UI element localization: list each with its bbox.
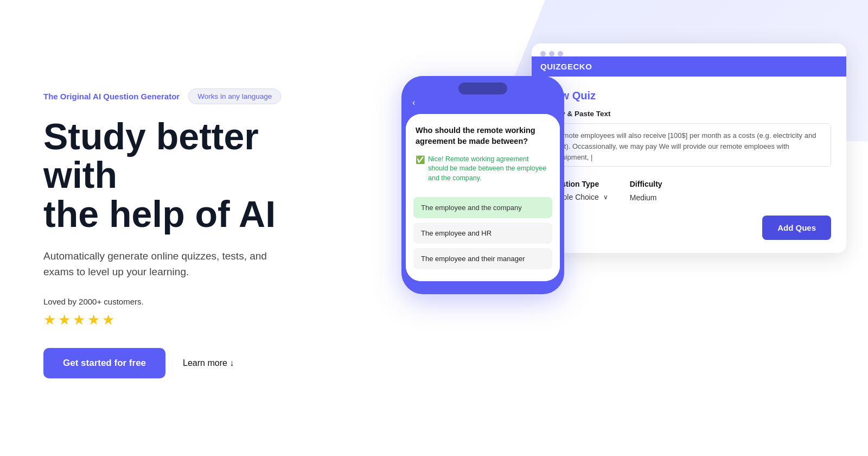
phone-notch xyxy=(458,83,507,94)
star-3: ★ xyxy=(73,312,85,328)
phone-card: ‹ Who should the remote working agreemen… xyxy=(401,76,564,294)
cta-row: Get started for free Learn more ↓ xyxy=(43,348,326,378)
desktop-card-body: New Quiz Copy & Paste Text Remote employ… xyxy=(532,77,846,253)
answer-option-3[interactable]: The employee and their manager xyxy=(413,248,552,269)
star-5: ★ xyxy=(102,312,114,328)
learn-more-link[interactable]: Learn more ↓ xyxy=(183,358,234,368)
window-dots-row xyxy=(532,43,846,56)
difficulty-label: Difficulty xyxy=(630,180,662,188)
difficulty-value: Medium xyxy=(630,193,657,202)
tagline-text: The Original AI Question Generator xyxy=(43,92,180,101)
tagline-row: The Original AI Question Generator Works… xyxy=(43,88,326,104)
star-4: ★ xyxy=(87,312,100,328)
phone-question-text: Who should the remote working agreement … xyxy=(416,125,550,147)
window-dot-2 xyxy=(549,51,554,56)
left-section: The Original AI Question Generator Works… xyxy=(43,78,326,378)
chevron-down-icon: ∨ xyxy=(603,193,608,201)
window-dot-1 xyxy=(540,51,546,56)
correct-answer-text: Nice! Remote working agreement should be… xyxy=(428,155,550,183)
page-container: The Original AI Question Generator Works… xyxy=(0,0,868,456)
get-started-button[interactable]: Get started for free xyxy=(43,348,165,378)
star-rating: ★ ★ ★ ★ ★ xyxy=(43,312,326,328)
desktop-card-header: QUIZGECKO xyxy=(532,56,846,77)
text-preview[interactable]: Remote employees will also receive [100$… xyxy=(547,123,831,167)
star-2: ★ xyxy=(58,312,71,328)
phone-inner: Who should the remote working agreement … xyxy=(406,114,560,281)
phone-question: Who should the remote working agreement … xyxy=(406,114,560,197)
new-quiz-title: New Quiz xyxy=(547,90,831,102)
correct-answer-feedback: ✅ Nice! Remote working agreement should … xyxy=(416,155,550,183)
hero-title: Study better with the help of AI xyxy=(43,117,326,233)
check-icon: ✅ xyxy=(416,155,425,166)
answer-option-1[interactable]: The employee and the company xyxy=(413,197,552,218)
hero-subtitle: Automatically generate online quizzes, t… xyxy=(43,249,293,280)
add-question-button[interactable]: Add Ques xyxy=(762,216,831,240)
difficulty-col: Difficulty Medium xyxy=(630,180,662,202)
logo-text: QUIZGECKO xyxy=(540,62,592,71)
desktop-card: QUIZGECKO New Quiz Copy & Paste Text Rem… xyxy=(532,43,846,253)
form-row: Question Type Multiple Choice ∨ Difficul… xyxy=(547,180,831,202)
answer-option-2[interactable]: The employee and HR xyxy=(413,223,552,244)
copy-paste-label: Copy & Paste Text xyxy=(547,110,831,118)
phone-back-arrow[interactable]: ‹ xyxy=(412,98,553,107)
star-1: ★ xyxy=(43,312,56,328)
window-dot-3 xyxy=(558,51,563,56)
right-section: QUIZGECKO New Quiz Copy & Paste Text Rem… xyxy=(326,0,825,456)
language-badge: Works in any language xyxy=(188,88,281,104)
loved-by-text: Loved by 2000+ customers. xyxy=(43,297,326,306)
